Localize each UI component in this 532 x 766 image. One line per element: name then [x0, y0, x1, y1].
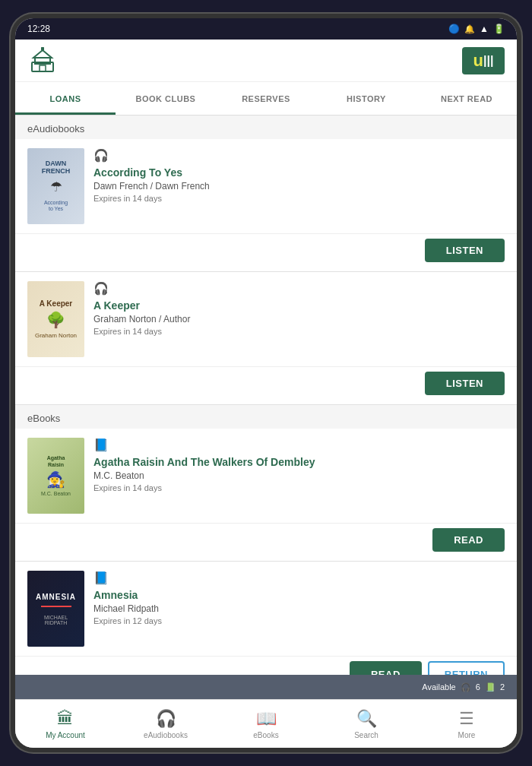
- nav-tabs: LOANS BOOK CLUBS RESERVES HISTORY NEXT R…: [15, 82, 517, 116]
- svg-marker-2: [33, 50, 52, 58]
- ebooks-nav-label: eBooks: [253, 731, 278, 739]
- ebooks-section: eBooks AgathaRaisin 🧙‍♀️ M.C. Beaton 📘 A…: [15, 405, 517, 675]
- app-header: u |||: [15, 40, 517, 82]
- read-button-2[interactable]: READ: [350, 661, 422, 675]
- book-author-2: Graham Norton / Author: [93, 314, 505, 324]
- book-actions-1: LISTEN: [15, 234, 517, 271]
- audio-icon-1: 🎧: [93, 148, 505, 163]
- more-nav-icon: ☰: [459, 709, 474, 729]
- tab-history[interactable]: HISTORY: [316, 82, 416, 115]
- nav-ebooks[interactable]: 📖 eBooks: [216, 700, 316, 748]
- ebooks-nav-icon: 📖: [256, 709, 277, 729]
- book-title-2[interactable]: A Keeper: [93, 299, 505, 312]
- book-item-according-to-yes: DAWNFRENCH ☂ Accordingto Yes 🎧 According…: [15, 139, 517, 272]
- book-author-4: Michael Ridpath: [93, 603, 505, 614]
- headphone-icon: 🎧: [461, 682, 471, 692]
- more-nav-label: More: [458, 731, 476, 739]
- tab-next-read[interactable]: NEXT READ: [416, 82, 517, 115]
- book-item-amnesia: AMNESIA MICHAELRIDPATH 📘 Amnesia Michael…: [15, 562, 517, 675]
- cover-according-to-yes[interactable]: DAWNFRENCH ☂ Accordingto Yes: [27, 148, 84, 224]
- book-expires-4: Expires in 12 days: [93, 616, 505, 625]
- time-display: 12:28: [27, 24, 50, 34]
- notification-icon: 🔔: [464, 24, 475, 34]
- ebook-icon-2: 📘: [93, 571, 505, 585]
- my-account-icon: 🏛: [57, 709, 74, 729]
- nav-search[interactable]: 🔍 Search: [316, 700, 416, 748]
- eaudiobooks-nav-icon: 🎧: [156, 709, 176, 729]
- book-item-a-keeper: A Keeper 🌳 Graham Norton 🎧 A Keeper Grah…: [15, 272, 517, 405]
- listen-button-1[interactable]: LISTEN: [425, 239, 505, 262]
- svg-rect-5: [41, 47, 44, 50]
- u-letter: u: [473, 51, 483, 71]
- book-title-3[interactable]: Agatha Raisin And The Walkers Of Dembley: [93, 456, 505, 468]
- book-title-4[interactable]: Amnesia: [93, 589, 505, 601]
- eaudiobooks-section: eAudiobooks DAWNFRENCH ☂ Accordingto Yes…: [15, 116, 517, 405]
- cover-amnesia[interactable]: AMNESIA MICHAELRIDPATH: [27, 571, 84, 647]
- listen-button-2[interactable]: LISTEN: [425, 372, 505, 395]
- book-title-1[interactable]: According To Yes: [93, 166, 505, 179]
- eaudiobooks-nav-label: eAudiobooks: [144, 731, 188, 739]
- bottom-status-bar: Available 🎧 6 📗 2: [15, 675, 517, 699]
- book-expires-3: Expires in 14 days: [93, 483, 505, 492]
- book-expires-1: Expires in 14 days: [93, 194, 505, 203]
- cover-agatha[interactable]: AgathaRaisin 🧙‍♀️ M.C. Beaton: [27, 438, 84, 514]
- eaudiobooks-header: eAudiobooks: [15, 116, 517, 139]
- tab-book-clubs[interactable]: BOOK CLUBS: [116, 82, 216, 115]
- audio-icon-2: 🎧: [93, 281, 505, 296]
- available-info: Available 🎧 6 📗 2: [422, 682, 505, 692]
- search-nav-label: Search: [354, 731, 378, 739]
- book-item-agatha: AgathaRaisin 🧙‍♀️ M.C. Beaton 📘 Agatha R…: [15, 429, 517, 562]
- app-logo[interactable]: u |||: [462, 47, 505, 74]
- ebooks-header: eBooks: [15, 405, 517, 429]
- book-author-3: M.C. Beaton: [93, 470, 505, 481]
- tab-reserves[interactable]: RESERVES: [216, 82, 316, 115]
- nav-eaudiobooks[interactable]: 🎧 eAudiobooks: [116, 700, 216, 748]
- wifi-icon: ▲: [480, 24, 489, 34]
- book-author-1: Dawn French / Dawn French: [93, 181, 505, 192]
- nav-more[interactable]: ☰ More: [416, 700, 517, 748]
- book-expires-2: Expires in 14 days: [93, 327, 505, 336]
- read-button-1[interactable]: READ: [432, 528, 505, 552]
- tab-loans[interactable]: LOANS: [15, 82, 116, 115]
- bluetooth-icon: 🔵: [448, 24, 460, 34]
- return-button-1[interactable]: RETURN: [428, 661, 505, 675]
- battery-icon: 🔋: [493, 24, 505, 34]
- nav-my-account[interactable]: 🏛 My Account: [15, 700, 116, 748]
- bottom-navigation: 🏛 My Account 🎧 eAudiobooks 📖 eBooks 🔍 Se…: [15, 699, 517, 748]
- main-content: eAudiobooks DAWNFRENCH ☂ Accordingto Yes…: [15, 116, 517, 675]
- book-actions-3: READ: [15, 524, 517, 561]
- my-account-label: My Account: [46, 731, 85, 739]
- svg-rect-3: [40, 65, 46, 71]
- ebook-icon-1: 📘: [93, 438, 505, 452]
- building-icon: [29, 47, 56, 74]
- search-nav-icon: 🔍: [356, 709, 377, 729]
- library-logo[interactable]: [27, 46, 58, 76]
- status-bar: 12:28 🔵 🔔 ▲ 🔋: [15, 18, 517, 40]
- book-icon: 📗: [485, 682, 496, 692]
- cover-a-keeper[interactable]: A Keeper 🌳 Graham Norton: [27, 281, 84, 357]
- book-actions-4: READ RETURN: [15, 657, 517, 675]
- status-icons: 🔵 🔔 ▲ 🔋: [448, 24, 505, 34]
- bars-icon: |||: [483, 54, 493, 68]
- book-actions-2: LISTEN: [15, 367, 517, 404]
